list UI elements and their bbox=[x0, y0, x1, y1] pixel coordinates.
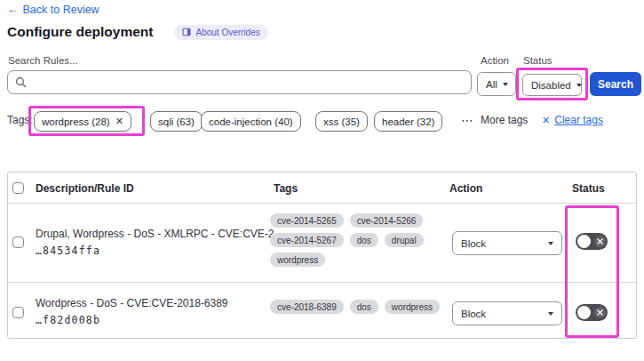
search-rules-label: Search Rules... bbox=[8, 55, 78, 66]
rule-tag-chip: wordpress bbox=[385, 300, 440, 314]
caret-down-icon bbox=[503, 83, 508, 86]
rule-tag-chip: dos bbox=[350, 300, 378, 314]
title-row: Configure deployment About Overrides bbox=[7, 24, 268, 40]
clear-tags-link[interactable]: ✕ Clear tags bbox=[542, 114, 603, 126]
tag-pill-code-injection[interactable]: code-injection (40) bbox=[201, 111, 301, 132]
rule-tag-chip: cve-2014-5265 bbox=[270, 213, 344, 228]
about-overrides-label: About Overrides bbox=[195, 28, 259, 37]
rule-tag-chip: cve-2018-6389 bbox=[270, 300, 344, 314]
search-rules-input[interactable] bbox=[32, 76, 471, 89]
rule-id: …f82d008b bbox=[36, 314, 100, 326]
caret-down-icon bbox=[548, 312, 553, 316]
rule-tags: cve-2014-5265 cve-2014-5266 cve-2014-526… bbox=[270, 213, 455, 267]
ellipsis-icon: ⋯ bbox=[461, 116, 474, 124]
remove-tag-icon[interactable]: ✕ bbox=[115, 116, 123, 126]
column-description: Description/Rule ID bbox=[36, 182, 134, 195]
tags-bar-label: Tags: bbox=[7, 114, 33, 126]
tag-pill-label: header (32) bbox=[382, 116, 434, 127]
tag-pill-label: wordpress (28) bbox=[42, 116, 110, 127]
action-filter-select[interactable]: All bbox=[477, 72, 516, 96]
book-icon bbox=[182, 28, 191, 36]
tag-pill-label: code-injection (40) bbox=[209, 116, 293, 127]
select-all-checkbox[interactable] bbox=[12, 182, 24, 194]
rule-description: Wordpress - DoS - CVE:CVE-2018-6389 bbox=[36, 297, 228, 309]
rule-description: Drupal, Wordpress - DoS - XMLRPC - CVE:C… bbox=[36, 228, 285, 240]
status-filter-select[interactable]: Disabled bbox=[522, 74, 582, 96]
configure-deployment-page: ← Back to Review Configure deployment Ab… bbox=[0, 0, 644, 361]
page-title: Configure deployment bbox=[7, 24, 153, 40]
rule-tag-chip: wordpress bbox=[270, 253, 325, 267]
toggle-off-icon bbox=[594, 236, 606, 247]
tag-pill-label: sqli (63) bbox=[158, 116, 195, 127]
table-row: Wordpress - DoS - CVE:CVE-2018-6389 …f82… bbox=[8, 283, 636, 340]
more-tags-label: More tags bbox=[481, 114, 528, 126]
status-toggle[interactable] bbox=[576, 304, 608, 321]
status-filter-label: Status bbox=[523, 55, 553, 66]
search-rules-box bbox=[7, 70, 472, 94]
caret-down-icon bbox=[548, 242, 553, 245]
rule-tags: cve-2018-6389 dos wordpress bbox=[270, 300, 455, 314]
toggle-knob bbox=[577, 306, 591, 319]
rules-table: Description/Rule ID Tags Action Status D… bbox=[7, 172, 637, 339]
action-select-value: Block bbox=[461, 238, 486, 249]
tag-pill-wordpress[interactable]: wordpress (28) ✕ bbox=[34, 111, 131, 132]
caret-down-icon bbox=[576, 84, 582, 87]
rule-tag-chip: dos bbox=[350, 233, 378, 247]
back-to-review-link[interactable]: ← Back to Review bbox=[7, 4, 99, 16]
table-header-row: Description/Rule ID Tags Action Status bbox=[8, 172, 636, 204]
tag-pill-xss[interactable]: xss (35) bbox=[315, 111, 368, 132]
status-toggle[interactable] bbox=[576, 233, 608, 250]
action-filter-value: All bbox=[486, 79, 497, 90]
rule-tag-chip: drupal bbox=[385, 233, 424, 247]
search-button[interactable]: Search bbox=[590, 72, 641, 96]
tag-pill-sqli[interactable]: sqli (63) bbox=[150, 111, 203, 132]
search-icon bbox=[15, 76, 27, 88]
action-select[interactable]: Block bbox=[452, 231, 562, 255]
back-arrow-icon: ← bbox=[7, 4, 19, 16]
row-checkbox[interactable] bbox=[12, 307, 24, 318]
row-checkbox[interactable] bbox=[12, 237, 24, 248]
about-overrides-badge[interactable]: About Overrides bbox=[174, 25, 267, 40]
back-link-label: Back to Review bbox=[23, 4, 99, 16]
tag-pill-label: xss (35) bbox=[323, 116, 360, 127]
column-tags: Tags bbox=[274, 182, 298, 195]
rule-tag-chip: cve-2014-5266 bbox=[350, 213, 424, 228]
action-select[interactable]: Block bbox=[452, 301, 562, 325]
column-action: Action bbox=[449, 182, 482, 195]
toggle-knob bbox=[577, 235, 591, 248]
column-status: Status bbox=[572, 182, 605, 195]
action-filter-label: Action bbox=[481, 55, 509, 66]
table-row: Drupal, Wordpress - DoS - XMLRPC - CVE:C… bbox=[8, 204, 636, 283]
close-icon: ✕ bbox=[542, 115, 550, 126]
clear-tags-label: Clear tags bbox=[554, 114, 603, 126]
more-tags-button[interactable]: ⋯ More tags bbox=[461, 114, 528, 126]
rule-tag-chip: cve-2014-5267 bbox=[270, 233, 344, 247]
action-select-value: Block bbox=[461, 309, 486, 319]
toggle-off-icon bbox=[594, 307, 606, 318]
tag-pill-header[interactable]: header (32) bbox=[374, 111, 442, 132]
status-filter-value: Disabled bbox=[531, 80, 571, 91]
rule-id: …84534ffa bbox=[36, 245, 100, 257]
